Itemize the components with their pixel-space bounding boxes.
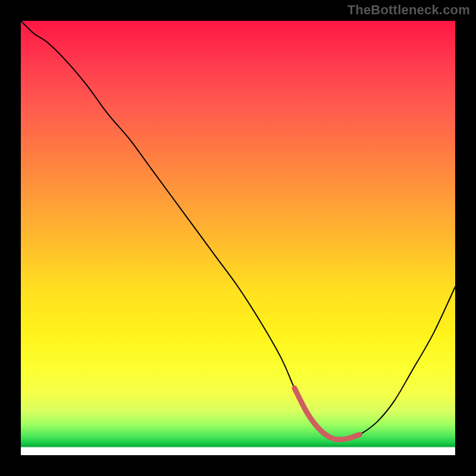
chart-root: TheBottleneck.com [0, 0, 476, 476]
watermark-text: TheBottleneck.com [347, 2, 470, 18]
bottleneck-curve [21, 21, 455, 440]
plot-area [21, 21, 455, 455]
curve-svg [21, 21, 455, 455]
optimal-highlight [295, 388, 360, 440]
